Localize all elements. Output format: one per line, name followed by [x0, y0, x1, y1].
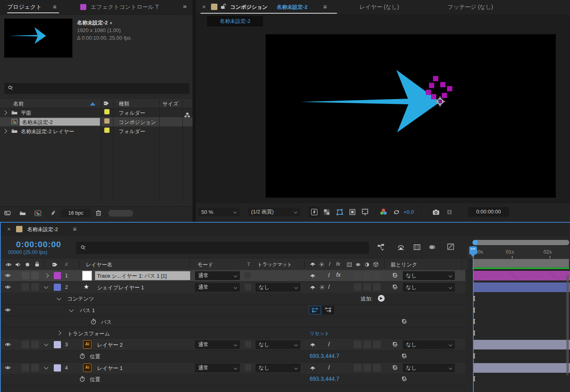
- property-pickwhip-icon[interactable]: [401, 376, 408, 382]
- project-row-folder-layers[interactable]: 名称未設定-2 レイヤー フォルダー: [0, 126, 193, 136]
- parent-pickwhip-icon[interactable]: [392, 272, 398, 278]
- shy-switch-icon[interactable]: [310, 366, 316, 371]
- collapse-chevron-icon[interactable]: [57, 296, 61, 300]
- property-name[interactable]: 位置: [90, 353, 100, 360]
- parent-pickwhip-icon[interactable]: [392, 341, 398, 347]
- current-timecode[interactable]: 0:00:00:00: [16, 240, 61, 249]
- stopwatch-icon[interactable]: [79, 376, 85, 382]
- parent-dropdown[interactable]: なし: [403, 364, 455, 372]
- timeline-scrollbar[interactable]: [566, 275, 569, 375]
- time-navigator-handle[interactable]: [473, 240, 477, 245]
- frame-blending-icon[interactable]: [413, 244, 421, 251]
- group-name[interactable]: コンテンツ: [67, 295, 94, 303]
- column-type[interactable]: 種類: [119, 100, 129, 108]
- add-property-button[interactable]: ▶: [378, 295, 385, 302]
- comp-canvas[interactable]: [266, 35, 556, 197]
- eye-icon[interactable]: [5, 365, 11, 370]
- number-column[interactable]: #: [65, 261, 68, 267]
- collapse-chevron-icon[interactable]: [44, 365, 48, 369]
- graph-editor-icon[interactable]: [447, 243, 454, 250]
- expand-chevron-icon[interactable]: [44, 273, 49, 278]
- label-column-tag-icon[interactable]: [103, 101, 109, 106]
- parent-dropdown[interactable]: なし: [403, 283, 455, 292]
- close-tab-icon[interactable]: ×: [7, 225, 11, 232]
- label-column-tag-icon[interactable]: [52, 262, 58, 267]
- property-row-position-1[interactable]: 位置 693.3,444.7: [1, 351, 465, 362]
- preview-item-name-row[interactable]: 名称未設定-2 ▼: [77, 19, 113, 26]
- blend-mode-dropdown[interactable]: 通常: [195, 364, 240, 372]
- new-composition-icon[interactable]: [34, 210, 41, 216]
- label-color-swatch[interactable]: [104, 109, 110, 114]
- panel-menu-icon[interactable]: ≡: [53, 3, 57, 10]
- property-row-position-2[interactable]: 位置 693.3,444.7: [1, 374, 465, 385]
- preserve-transparency-checkbox[interactable]: [245, 364, 251, 371]
- panel-divider[interactable]: [193, 0, 196, 222]
- work-area-bar[interactable]: [473, 259, 569, 268]
- frame-blend-column-icon[interactable]: [347, 262, 352, 267]
- shy-switch-icon[interactable]: [310, 342, 316, 348]
- project-row-composition[interactable]: 名称未設定-2 コンポジション: [0, 117, 193, 126]
- preview-caret-icon[interactable]: ▼: [109, 21, 113, 25]
- layer-row-4[interactable]: 4 Ai レイヤー 1 通常 なし / なし: [1, 362, 465, 374]
- magnification-dropdown[interactable]: 50 %: [198, 207, 239, 216]
- blend-mode-dropdown[interactable]: 通常: [195, 340, 240, 349]
- property-name[interactable]: パス: [101, 319, 112, 326]
- layer-name[interactable]: Trace シ...イヤー 1: パス 1 [1]: [97, 272, 167, 280]
- layer-duration-bar-2[interactable]: [473, 282, 570, 292]
- panel-menu-icon[interactable]: ≡: [323, 3, 327, 10]
- parent-dropdown[interactable]: なし: [403, 271, 455, 280]
- property-row-path[interactable]: パス: [1, 316, 465, 328]
- show-snapshot-icon[interactable]: [446, 209, 453, 215]
- eye-icon[interactable]: [5, 284, 11, 290]
- parent-pickwhip-icon[interactable]: [392, 364, 398, 371]
- timeline-search-input[interactable]: [76, 242, 369, 254]
- time-ruler[interactable]: 00s 01s 02s: [468, 246, 569, 259]
- mask-visibility-icon[interactable]: [336, 209, 343, 215]
- quality-switch-icon[interactable]: /: [328, 272, 330, 278]
- motion-blur-column-icon[interactable]: [355, 262, 361, 267]
- sort-ascending-icon[interactable]: [90, 102, 95, 106]
- fx-switch-icon[interactable]: fx: [336, 272, 341, 278]
- property-name[interactable]: 位置: [90, 376, 100, 383]
- property-pickwhip-icon[interactable]: [401, 353, 408, 359]
- label-color-swatch[interactable]: [104, 118, 110, 124]
- comp-mini-flowchart-icon[interactable]: [377, 244, 385, 251]
- path-direction-left-button[interactable]: [309, 306, 321, 315]
- expand-chevron-icon[interactable]: [2, 129, 7, 133]
- video-column-eye-icon[interactable]: [6, 262, 12, 267]
- track-matte-dropdown[interactable]: なし: [256, 364, 300, 372]
- quality-switch-icon[interactable]: /: [328, 364, 330, 371]
- group-row-transform[interactable]: トランスフォーム リセット: [1, 328, 465, 339]
- layer-name[interactable]: シェイプレイヤー 1: [97, 284, 144, 291]
- position-value[interactable]: 693.3,444.7: [310, 376, 339, 382]
- preserve-transparency-checkbox[interactable]: [245, 272, 251, 278]
- tab-project[interactable]: プロジェクト: [7, 4, 42, 11]
- label-color-swatch[interactable]: [104, 128, 110, 133]
- group-name[interactable]: トランスフォーム: [67, 330, 110, 337]
- viewer-subtab[interactable]: 名称未設定-2: [207, 16, 263, 26]
- shy-switch-icon[interactable]: [310, 285, 316, 290]
- group-name[interactable]: パス 1: [80, 307, 95, 314]
- layer-name[interactable]: レイヤー 1: [97, 365, 123, 372]
- eye-icon[interactable]: [5, 342, 11, 347]
- shy-column-icon[interactable]: [310, 262, 316, 267]
- resolution-dropdown[interactable]: (1/2 画質): [248, 207, 300, 216]
- layer-label-swatch[interactable]: [54, 341, 61, 348]
- layer-duration-bar-4[interactable]: [473, 363, 570, 373]
- stopwatch-icon[interactable]: [79, 353, 85, 360]
- blend-mode-dropdown[interactable]: 通常: [195, 271, 240, 280]
- comp-panel-comp-name[interactable]: 名称未設定-2: [277, 4, 308, 11]
- fx-column-icon[interactable]: fx: [336, 261, 340, 267]
- preserve-transparency-checkbox[interactable]: [245, 341, 251, 347]
- column-layer-name[interactable]: レイヤー名: [86, 261, 112, 268]
- stopwatch-icon[interactable]: [90, 318, 97, 325]
- group-row-contents[interactable]: コンテンツ 追加: ▶: [1, 293, 465, 305]
- quality-switch-icon[interactable]: /: [328, 283, 330, 290]
- track-matte-dropdown[interactable]: なし: [256, 283, 300, 292]
- layer-label-swatch[interactable]: [54, 272, 61, 279]
- lock-column-icon[interactable]: [34, 262, 40, 267]
- position-value[interactable]: 693.3,444.7: [310, 353, 339, 359]
- new-folder-icon[interactable]: [19, 210, 26, 216]
- threed-column-icon[interactable]: [373, 262, 379, 267]
- column-track-matte[interactable]: トラックマット: [258, 261, 292, 268]
